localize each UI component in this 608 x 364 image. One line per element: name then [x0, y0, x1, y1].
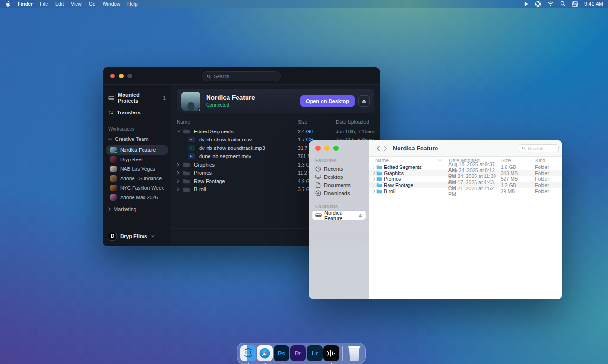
- back-button[interactable]: [374, 144, 381, 153]
- close-button[interactable]: [110, 74, 115, 78]
- transfers-icon: [108, 110, 114, 115]
- file-row-edited-segments[interactable]: Edited Segments 2.4 GB Jun 10th, 7:15am: [171, 127, 380, 136]
- menu-item-view[interactable]: View: [71, 1, 82, 7]
- close-button[interactable]: [315, 146, 321, 151]
- locations-section-label: Locations: [315, 204, 369, 209]
- sidebar-item-desktop[interactable]: Desktop: [309, 173, 369, 181]
- workspaces-section-label: Workspaces: [108, 126, 166, 131]
- sidebar-item-mounted-projects[interactable]: Mounted Projects 1: [108, 92, 166, 103]
- desktop-icon: [315, 174, 321, 179]
- finder-sidebar: Favorites Recents Desktop Documents Down…: [309, 140, 369, 299]
- dock-finder[interactable]: [240, 345, 256, 361]
- menu-bar-status: 9:41 AM: [524, 1, 608, 7]
- finder-face-icon: [240, 345, 256, 361]
- sidebar-item-documents[interactable]: Documents: [309, 181, 369, 189]
- folder-icon: [183, 187, 190, 192]
- open-on-desktop-button[interactable]: Open on Desktop: [300, 95, 355, 107]
- control-center-icon[interactable]: [572, 1, 578, 7]
- file-name: Raw Footage: [384, 182, 413, 188]
- chevron-right-icon: [108, 207, 111, 211]
- app-sidebar: Mounted Projects 1 Transfers Workspaces …: [103, 85, 171, 246]
- sidebar-item-recents[interactable]: Recents: [309, 165, 369, 173]
- chevron-right-icon[interactable]: [373, 189, 375, 193]
- column-name[interactable]: Name: [369, 157, 445, 164]
- play-icon[interactable]: [524, 1, 529, 7]
- chevron-right-icon[interactable]: [177, 171, 183, 175]
- chevron-right-icon[interactable]: [373, 177, 375, 181]
- dock-safari[interactable]: [257, 345, 273, 361]
- file-kind: Folder: [532, 170, 562, 176]
- chevron-down-icon[interactable]: [177, 130, 183, 132]
- menu-item-edit[interactable]: Edit: [55, 1, 64, 7]
- eject-icon[interactable]: [358, 214, 362, 217]
- dock-photoshop[interactable]: Ps: [274, 345, 289, 361]
- workspace-item-nyc-fashion-week[interactable]: NYC Fashion Week: [106, 183, 168, 193]
- minimize-button[interactable]: [324, 146, 330, 151]
- file-size: 2.4 GB: [298, 129, 336, 134]
- workspace-thumbnail: [110, 194, 117, 201]
- column-kind[interactable]: Kind: [532, 157, 562, 164]
- finder-search-input[interactable]: Search: [519, 144, 559, 152]
- file-size: 1.6 GB: [498, 164, 532, 170]
- dock-premiere[interactable]: Pr: [290, 345, 306, 361]
- dock-trash[interactable]: [346, 345, 362, 361]
- wifi-icon[interactable]: [547, 1, 554, 6]
- desktop: FinderFileEditViewGoWindowHelp 9:41 AM S…: [0, 0, 608, 364]
- sidebar-item-downloads[interactable]: Downloads: [309, 189, 369, 197]
- workspace-item-dryp-reel[interactable]: Dryp Reel: [106, 155, 168, 164]
- clock-icon: [315, 166, 321, 172]
- folder-icon: [183, 170, 190, 176]
- column-date-uploaded[interactable]: Date Uploaded: [336, 119, 380, 125]
- minimize-button[interactable]: [119, 74, 124, 78]
- menu-item-go[interactable]: Go: [89, 1, 95, 7]
- column-name[interactable]: Name: [177, 119, 298, 125]
- video-file-icon: ▶: [188, 137, 195, 142]
- swirl-icon[interactable]: [535, 1, 541, 7]
- chevron-right-icon[interactable]: [373, 166, 375, 169]
- finder-toolbar: Nordica Feature Search: [369, 140, 562, 157]
- app-titlebar[interactable]: Search: [103, 67, 380, 85]
- transfers-label: Transfers: [117, 110, 141, 115]
- column-size[interactable]: Size: [298, 119, 336, 125]
- workspace-item-adobe-sundance[interactable]: Adobe - Sundance: [106, 174, 168, 183]
- audio-file-icon: ♪: [188, 145, 195, 151]
- eject-button[interactable]: [358, 95, 370, 107]
- sidebar-item-transfers[interactable]: Transfers: [108, 110, 166, 115]
- file-name: Graphics: [194, 162, 215, 168]
- workspace-item-nordica-feature[interactable]: Nordica Feature: [106, 145, 168, 155]
- workspace-item-nab-las-vegas[interactable]: NAB Las Vegas: [106, 164, 168, 174]
- finder-search-placeholder: Search: [528, 146, 543, 151]
- favorite-label: Downloads: [324, 190, 350, 196]
- app-search-input[interactable]: Search: [202, 71, 281, 81]
- finder-row-b-roll[interactable]: B-roll Oct 21, 2025 at 7:52 PM 29 MB Fol…: [369, 188, 562, 194]
- menu-item-help[interactable]: Help: [127, 1, 138, 7]
- file-name: B-roll: [384, 188, 396, 194]
- chevron-right-icon[interactable]: [177, 179, 183, 183]
- menu-item-window[interactable]: Window: [103, 1, 120, 7]
- zoom-button[interactable]: [333, 146, 339, 151]
- search-icon[interactable]: [560, 1, 566, 7]
- chevron-right-icon[interactable]: [373, 184, 375, 187]
- search-icon: [207, 74, 211, 79]
- menu-bar-clock[interactable]: 9:41 AM: [584, 1, 603, 7]
- menu-item-file[interactable]: File: [40, 1, 48, 7]
- chevron-right-icon[interactable]: [373, 171, 375, 175]
- project-title: Nordica Feature: [206, 94, 255, 101]
- chevron-right-icon[interactable]: [177, 163, 183, 167]
- dock-lightroom[interactable]: Lr: [307, 345, 323, 361]
- org-switcher[interactable]: D Dryp Films: [108, 232, 155, 240]
- column-size[interactable]: Size: [498, 157, 532, 164]
- apple-logo-icon[interactable]: [5, 1, 10, 7]
- chevron-right-icon[interactable]: [177, 187, 183, 191]
- sidebar-item-marketing[interactable]: Marketing: [108, 206, 166, 212]
- favorites-section-label: Favorites: [315, 158, 369, 163]
- menu-item-finder[interactable]: Finder: [18, 1, 33, 7]
- search-icon: [522, 146, 526, 150]
- dock-dryp-audio[interactable]: [323, 345, 339, 361]
- workspace-item-adobe-max-2026[interactable]: Adobe Max 2026: [106, 193, 168, 202]
- drive-icon: [108, 95, 114, 101]
- forward-button[interactable]: [381, 144, 389, 153]
- sidebar-item-nordica-feature[interactable]: Nordica Feature: [312, 211, 366, 220]
- app-window-controls: [110, 74, 132, 78]
- sidebar-item-creative-team[interactable]: Creative Team: [108, 136, 166, 142]
